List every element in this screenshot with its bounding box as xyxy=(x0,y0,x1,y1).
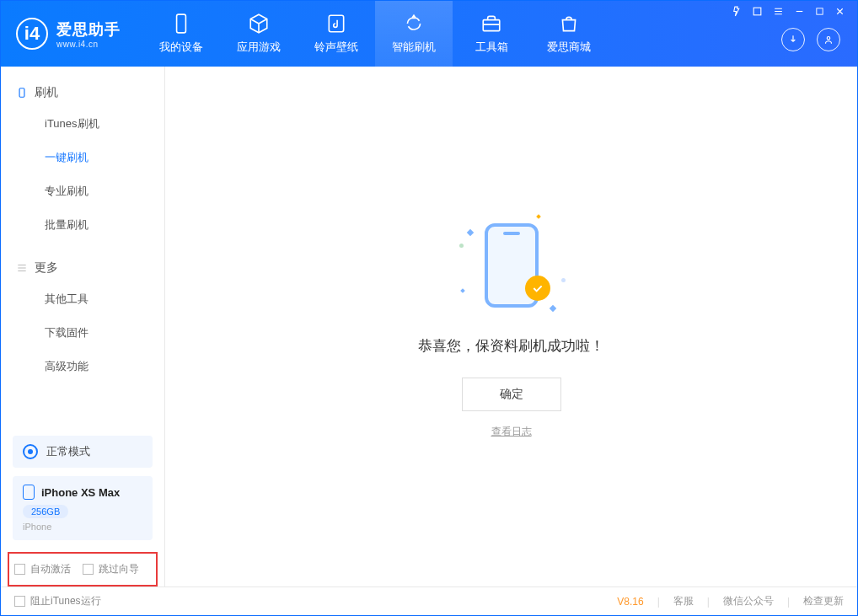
wechat-link[interactable]: 微信公众号 xyxy=(723,594,774,608)
minimize-button[interactable] xyxy=(794,6,805,17)
mode-label: 正常模式 xyxy=(46,444,90,459)
window-controls xyxy=(727,1,849,22)
checkmark-badge-icon xyxy=(525,276,550,301)
sidebar: 刷机 iTunes刷机 一键刷机 专业刷机 批量刷机 更多 其他工具 下载固件 … xyxy=(1,67,165,587)
support-link[interactable]: 客服 xyxy=(673,594,694,608)
success-message: 恭喜您，保资料刷机成功啦！ xyxy=(418,336,604,356)
nav-label: 我的设备 xyxy=(159,40,203,55)
skin-icon[interactable] xyxy=(752,6,763,17)
menu-icon[interactable] xyxy=(773,6,784,17)
nav-apps[interactable]: 应用游戏 xyxy=(220,1,298,67)
svg-point-5 xyxy=(827,37,830,40)
nav-store[interactable]: 爱思商城 xyxy=(530,1,608,67)
list-icon xyxy=(16,262,28,274)
svg-rect-1 xyxy=(329,15,343,32)
toolbox-icon xyxy=(480,13,502,35)
main-content: 恭喜您，保资料刷机成功啦！ 确定 查看日志 xyxy=(165,67,857,587)
feedback-icon[interactable] xyxy=(731,6,742,17)
app-title: 爱思助手 xyxy=(56,19,121,40)
bag-icon xyxy=(558,13,580,35)
sidebar-item-itunes-flash[interactable]: iTunes刷机 xyxy=(1,107,164,141)
nav-label: 应用游戏 xyxy=(237,40,281,55)
phone-icon xyxy=(16,87,28,99)
sidebar-item-advanced[interactable]: 高级功能 xyxy=(1,350,164,383)
device-mode-card[interactable]: 正常模式 xyxy=(13,436,153,468)
svg-rect-6 xyxy=(19,88,24,98)
device-name: iPhone XS Max xyxy=(41,486,120,499)
svg-rect-0 xyxy=(177,14,186,33)
device-card[interactable]: iPhone XS Max 256GB iPhone xyxy=(13,476,153,540)
checkbox-skip-guide[interactable]: 跳过向导 xyxy=(83,562,139,576)
header-right xyxy=(727,1,849,67)
checkbox-label: 自动激活 xyxy=(30,562,71,576)
checkbox-block-itunes[interactable]: 阻止iTunes运行 xyxy=(14,594,101,608)
device-storage: 256GB xyxy=(23,505,68,518)
sidebar-item-pro-flash[interactable]: 专业刷机 xyxy=(1,174,164,208)
header-action-icons xyxy=(781,28,849,67)
app-url: www.i4.cn xyxy=(56,40,121,49)
nav-toolbox[interactable]: 工具箱 xyxy=(453,1,530,67)
section-title: 更多 xyxy=(35,260,58,276)
sidebar-item-other-tools[interactable]: 其他工具 xyxy=(1,282,164,316)
device-icon xyxy=(23,485,35,500)
sidebar-item-batch-flash[interactable]: 批量刷机 xyxy=(1,208,164,242)
checkbox-label: 跳过向导 xyxy=(99,562,139,576)
logo: i4 爱思助手 www.i4.cn xyxy=(1,1,136,67)
nav-label: 工具箱 xyxy=(475,40,508,55)
nav-my-device[interactable]: 我的设备 xyxy=(142,1,220,67)
version-label: V8.16 xyxy=(617,596,643,608)
device-icon xyxy=(170,13,192,35)
download-button[interactable] xyxy=(781,28,805,51)
ok-button[interactable]: 确定 xyxy=(462,378,561,411)
logo-icon: i4 xyxy=(16,18,48,50)
footer: 阻止iTunes运行 V8.16 | 客服 | 微信公众号 | 检查更新 xyxy=(1,587,857,615)
view-log-link[interactable]: 查看日志 xyxy=(491,425,532,439)
nav-label: 爱思商城 xyxy=(547,40,591,55)
checkbox-icon xyxy=(83,564,94,575)
flash-options-highlight: 自动激活 跳过向导 xyxy=(8,552,158,587)
account-button[interactable] xyxy=(817,28,840,51)
section-title: 刷机 xyxy=(35,85,58,100)
device-panel: 正常模式 iPhone XS Max 256GB iPhone xyxy=(1,426,164,547)
svg-rect-4 xyxy=(817,8,823,14)
nav-label: 铃声壁纸 xyxy=(314,40,358,55)
refresh-icon xyxy=(403,13,425,35)
header: i4 爱思助手 www.i4.cn 我的设备 应用游戏 铃声壁纸 智能刷机 xyxy=(1,1,857,67)
success-illustration xyxy=(461,215,562,316)
checkbox-label: 阻止iTunes运行 xyxy=(30,594,101,608)
nav-flash[interactable]: 智能刷机 xyxy=(375,1,453,67)
checkbox-icon xyxy=(14,596,25,607)
device-type: iPhone xyxy=(23,522,142,532)
svg-rect-3 xyxy=(753,8,761,15)
sidebar-item-download-firmware[interactable]: 下载固件 xyxy=(1,316,164,350)
sidebar-item-oneclick-flash[interactable]: 一键刷机 xyxy=(1,141,164,174)
cube-icon xyxy=(248,13,270,35)
maximize-button[interactable] xyxy=(815,6,824,17)
checkbox-auto-activate[interactable]: 自动激活 xyxy=(14,562,71,576)
close-button[interactable] xyxy=(834,6,845,17)
nav-ringtones[interactable]: 铃声壁纸 xyxy=(298,1,375,67)
sidebar-section-flash: 刷机 xyxy=(1,78,164,107)
music-icon xyxy=(325,13,347,35)
app-window: i4 爱思助手 www.i4.cn 我的设备 应用游戏 铃声壁纸 智能刷机 xyxy=(0,0,858,616)
nav-label: 智能刷机 xyxy=(392,40,436,55)
checkbox-icon xyxy=(14,564,25,575)
body: 刷机 iTunes刷机 一键刷机 专业刷机 批量刷机 更多 其他工具 下载固件 … xyxy=(1,67,857,587)
top-nav: 我的设备 应用游戏 铃声壁纸 智能刷机 工具箱 爱思商城 xyxy=(142,1,608,67)
check-update-link[interactable]: 检查更新 xyxy=(803,594,844,608)
mode-icon xyxy=(23,444,38,459)
svg-rect-2 xyxy=(483,20,500,31)
sidebar-section-more: 更多 xyxy=(1,254,164,282)
